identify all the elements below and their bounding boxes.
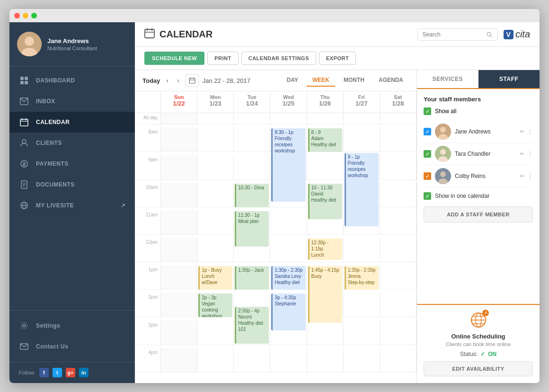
cell-tue-1pm[interactable]: 1:30p - Jack [234,265,270,290]
cell-sun-12pm[interactable] [161,238,197,262]
cell-sun-1pm[interactable] [161,265,197,290]
tab-agenda[interactable]: AGENDA [373,74,409,87]
jane-checkbox[interactable]: ✓ [424,128,431,135]
cell-mon-3pm[interactable] [197,321,234,345]
today-button[interactable]: Today [142,77,160,84]
tara-more-icon[interactable]: ⋮ [527,151,533,157]
cell-fri-4pm[interactable] [344,348,380,373]
colby-more-icon[interactable]: ⋮ [527,173,533,179]
cell-sun-10am[interactable] [161,183,197,207]
tab-staff[interactable]: STAFF [478,70,540,88]
cell-tue-9am[interactable] [234,155,270,180]
allday-tue[interactable] [234,113,270,125]
event-jack[interactable]: 1:30p - Jack [235,266,269,290]
allday-thu[interactable] [307,113,344,125]
cell-sat-2pm[interactable] [380,293,416,317]
sidebar-item-contact[interactable]: Contact Us [9,336,135,357]
cell-sun-4pm[interactable] [161,348,197,373]
tab-month[interactable]: MONTH [338,74,370,87]
sidebar-item-calendar[interactable]: CALENDAR [9,112,135,133]
sidebar-item-my-livesite[interactable]: MY LIVESITE ↗ [9,195,135,216]
cell-fri-2pm[interactable] [344,293,380,317]
tara-checkbox[interactable]: ✓ [424,150,431,158]
cell-wed-8am[interactable]: 8:30 - 1pFriendly receipes workshop [270,127,307,152]
allday-sat[interactable] [380,113,416,125]
cell-thu-3pm[interactable] [307,321,344,345]
event-stephanie[interactable]: 3p - 4:30pStephanie [271,294,305,330]
cell-thu-10am[interactable]: 10 - 11:30DavidHealthy diet [307,183,344,207]
cell-fri-12pm[interactable] [344,238,380,262]
allday-mon[interactable] [197,113,234,125]
google-plus-icon[interactable]: g+ [66,368,75,377]
cell-tue-2pm[interactable]: 2:30p - 4pNeomiHealthy diet 101 [234,293,270,317]
cell-mon-4pm[interactable] [197,348,234,373]
event-sandra[interactable]: 1:30p - 2:30pSandra LevyHealthy diet [271,266,305,290]
search-input[interactable] [423,31,484,38]
event-friendly-receipes-fri[interactable]: 9 - 1pFriendly receipes workshop [345,153,379,226]
cell-sat-1pm[interactable] [380,265,416,290]
cell-tue-11am[interactable]: 11:30 - 1pMeal plan [234,210,270,235]
cell-mon-1pm[interactable]: 1p - BusyLunch w/Dave [197,265,234,290]
event-dina[interactable]: 10:30 - Dina [235,184,269,207]
cell-mon-11am[interactable] [197,210,234,235]
sidebar-item-payments[interactable]: PAYMENTS [9,153,135,174]
show-in-one-row[interactable]: ✓ Show in one calendar [424,192,533,200]
print-button[interactable]: PRINT [207,52,239,65]
search-box[interactable] [417,28,498,41]
edit-availability-button[interactable]: EDIT AVAILABILITY [424,361,533,376]
sidebar-item-settings[interactable]: Settings [9,315,135,336]
linkedin-icon[interactable]: in [79,368,89,377]
date-picker-button[interactable] [186,74,199,87]
event-busy-lunch[interactable]: 1p - BusyLunch w/Dave [198,266,232,290]
tara-edit-icon[interactable]: ✏ [520,151,524,157]
prev-button[interactable]: ‹ [164,76,171,85]
jane-edit-icon[interactable]: ✏ [520,128,524,135]
cell-sun-2pm[interactable] [161,293,197,317]
allday-sun[interactable] [161,113,197,125]
cell-sat-12pm[interactable] [380,238,416,262]
maximize-dot[interactable] [31,13,37,18]
cell-wed-11am[interactable] [270,210,307,235]
sidebar-item-dashboard[interactable]: DASHBOARD [9,70,135,91]
event-vegan[interactable]: 2p - 3pVegan cooking workshop [198,294,232,317]
cell-sat-4pm[interactable] [380,348,416,373]
cell-sun-3pm[interactable] [161,321,197,345]
event-neomi[interactable]: 2:30p - 4pNeomiHealthy diet 101 [235,307,269,344]
cell-mon-8am[interactable] [197,127,234,152]
event-friendly-receipes-wed[interactable]: 8:30 - 1pFriendly receipes workshop [271,128,305,202]
cell-wed-1pm[interactable]: 1:30p - 2:30pSandra LevyHealthy diet [270,265,307,290]
event-meal-plan[interactable]: 11:30 - 1pMeal plan [235,211,269,247]
cell-sun-9am[interactable] [161,155,197,180]
sidebar-item-clients[interactable]: CLIENTS [9,133,135,153]
colby-checkbox[interactable]: ✓ [424,172,431,180]
cell-thu-4pm[interactable] [307,348,344,373]
show-all-row[interactable]: ✓ Show all [424,107,533,115]
cell-thu-8am[interactable]: 8 - 9AdamHealthy diet [307,127,344,152]
facebook-icon[interactable]: f [39,368,49,377]
minimize-dot[interactable] [23,13,28,18]
tab-services[interactable]: SERVICES [417,70,478,88]
allday-wed[interactable] [270,113,307,125]
cell-thu-12pm[interactable]: 12:30p - 1:15pLunch [307,238,344,262]
calendar-settings-button[interactable]: CALENDAR SETTINGS [241,52,316,65]
cell-tue-4pm[interactable] [234,348,270,373]
event-david[interactable]: 10 - 11:30DavidHealthy diet [308,184,342,219]
next-button[interactable]: › [175,76,182,85]
cell-tue-8am[interactable] [234,127,270,152]
cell-tue-10am[interactable]: 10:30 - Dina [234,183,270,207]
cell-sat-3pm[interactable] [380,321,416,345]
cell-sun-11am[interactable] [161,210,197,235]
cell-thu-1pm[interactable]: 1:45p - 4:15pBusy [307,265,344,290]
cell-thu-9am[interactable] [307,155,344,180]
cell-wed-2pm[interactable]: 3p - 4:30pStephanie [270,293,307,317]
cell-sat-11am[interactable] [380,210,416,235]
cell-fri-1pm[interactable]: 1:30p - 2:30pJennaStep-by-step [344,265,380,290]
sidebar-item-documents[interactable]: DOCUMENTS [9,174,135,195]
cell-fri-3pm[interactable] [344,321,380,345]
cell-fri-8am[interactable]: 9 - 1pFriendly receipes workshop [344,127,380,152]
cell-sat-10am[interactable] [380,183,416,207]
close-dot[interactable] [14,13,20,18]
cell-sun-8am[interactable] [161,127,197,152]
sidebar-item-inbox[interactable]: INBOX [9,91,135,112]
tab-week[interactable]: WEEK [307,74,335,87]
